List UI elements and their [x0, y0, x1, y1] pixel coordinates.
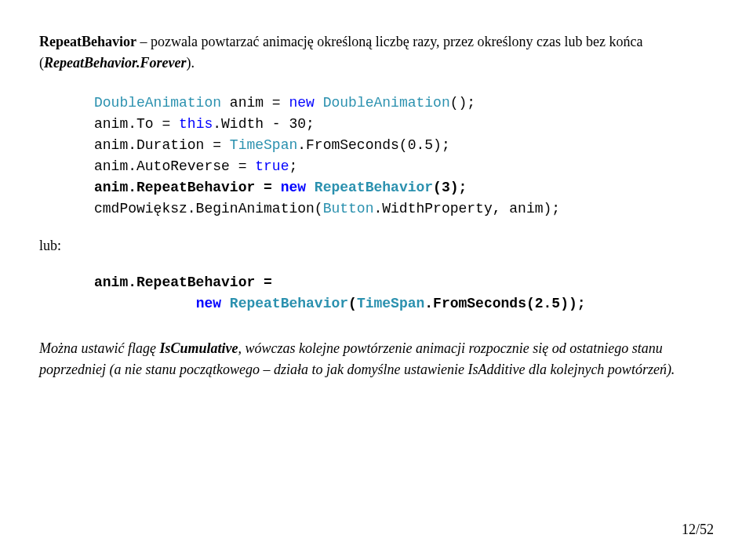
- code1-l6a: cmdPowiększ.BeginAnimation(: [94, 201, 323, 216]
- code1-l5c: [306, 180, 315, 195]
- code1-l4c: ;: [289, 158, 297, 174]
- code1-l3a: anim.Duration =: [94, 137, 230, 153]
- code-block-1: DoubleAnimation anim = new DoubleAnimati…: [94, 93, 714, 220]
- code1-l1e: DoubleAnimation: [323, 95, 450, 111]
- code1-l5e: (3);: [433, 180, 467, 195]
- code1-l3b: TimeSpan: [230, 137, 297, 153]
- outro-b1: IsCumulative: [160, 340, 238, 356]
- code1-l5a: anim.RepeatBehavior =: [94, 180, 281, 195]
- code1-l2a: anim.To =: [94, 116, 179, 132]
- lub-label: lub:: [39, 235, 714, 256]
- code2-l2g: .FromSeconds(2.5));: [424, 296, 585, 311]
- code1-l5d: RepeatBehavior: [315, 180, 433, 195]
- page-number: 12/52: [682, 519, 714, 540]
- code1-l4b: true: [255, 158, 289, 174]
- code2-l1a: anim.RepeatBehavior =: [94, 275, 272, 290]
- code1-l4a: anim.AutoReverse =: [94, 158, 255, 174]
- code1-l1a: DoubleAnimation: [94, 95, 221, 111]
- intro-bold-1: RepeatBehavior: [39, 34, 136, 49]
- code1-l1d: [315, 95, 323, 111]
- code-block-2: anim.RepeatBehavior = new RepeatBehavior…: [94, 272, 714, 315]
- code1-l1f: ();: [450, 95, 475, 111]
- outro-paragraph: Można ustawić flagę IsCumulative, wówcza…: [39, 338, 714, 380]
- code2-l2c: [221, 296, 230, 311]
- intro-bold-2: RepeatBehavior.Forever: [44, 55, 186, 71]
- code1-l6b: Button: [323, 201, 374, 216]
- code2-l2b: new: [196, 296, 221, 311]
- code1-l2c: .Width - 30;: [213, 116, 315, 132]
- intro-paragraph: RepeatBehavior – pozwala powtarzać anima…: [39, 31, 714, 74]
- code2-l2f: TimeSpan: [357, 296, 424, 311]
- code1-l1b: anim =: [221, 95, 289, 111]
- code1-l5b: new: [281, 180, 306, 195]
- code1-l1c: new: [289, 95, 314, 111]
- outro-t1: Można ustawić flagę: [39, 340, 160, 356]
- code1-l2b: this: [179, 116, 213, 132]
- code1-l6c: .WidthProperty, anim);: [373, 201, 560, 216]
- code2-l2d: RepeatBehavior: [230, 296, 348, 311]
- code1-l3c: .FromSeconds(0.5);: [297, 137, 449, 153]
- code2-l2a: [94, 296, 196, 311]
- intro-text-2: ).: [186, 55, 195, 71]
- code2-l2e: (: [348, 296, 357, 311]
